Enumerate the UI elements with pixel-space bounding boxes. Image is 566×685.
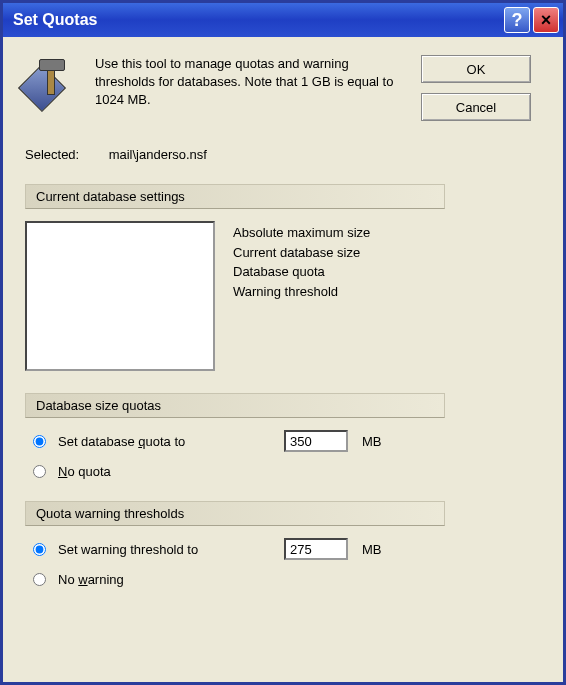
radio-no-quota[interactable] (33, 465, 46, 478)
label-no-quota[interactable]: No quota (58, 464, 111, 479)
settings-labels: Absolute maximum size Current database s… (233, 221, 370, 371)
cancel-button[interactable]: Cancel (421, 93, 531, 121)
label-abs-max: Absolute maximum size (233, 223, 370, 243)
label-quota-unit: MB (362, 434, 382, 449)
quota-tool-icon (25, 59, 73, 107)
help-button[interactable]: ? (504, 7, 530, 33)
group-warning-thresholds: Quota warning thresholds (25, 501, 445, 526)
settings-listbox[interactable] (25, 221, 215, 371)
input-quota-value[interactable] (284, 430, 348, 452)
radio-no-warning[interactable] (33, 573, 46, 586)
label-cur-size: Current database size (233, 243, 370, 263)
label-warning-unit: MB (362, 542, 382, 557)
window-title: Set Quotas (13, 11, 501, 29)
label-warn-thresh: Warning threshold (233, 282, 370, 302)
dialog-content: Use this tool to manage quotas and warni… (3, 37, 563, 682)
input-warning-value[interactable] (284, 538, 348, 560)
label-db-quota: Database quota (233, 262, 370, 282)
label-set-warning[interactable]: Set warning threshold to (58, 542, 258, 557)
label-no-warning[interactable]: No warning (58, 572, 124, 587)
close-button[interactable]: × (533, 7, 559, 33)
label-set-quota[interactable]: Set database quota to (58, 434, 258, 449)
group-current-settings: Current database settings (25, 184, 445, 209)
radio-set-warning[interactable] (33, 543, 46, 556)
selected-label: Selected: (25, 147, 105, 162)
radio-set-quota[interactable] (33, 435, 46, 448)
ok-button[interactable]: OK (421, 55, 531, 83)
group-size-quotas: Database size quotas (25, 393, 445, 418)
title-bar: Set Quotas ? × (3, 3, 563, 37)
selected-value: mail\janderso.nsf (109, 147, 207, 162)
description-text: Use this tool to manage quotas and warni… (95, 55, 421, 131)
dialog-window: Set Quotas ? × Use this tool to manage q… (0, 0, 566, 685)
